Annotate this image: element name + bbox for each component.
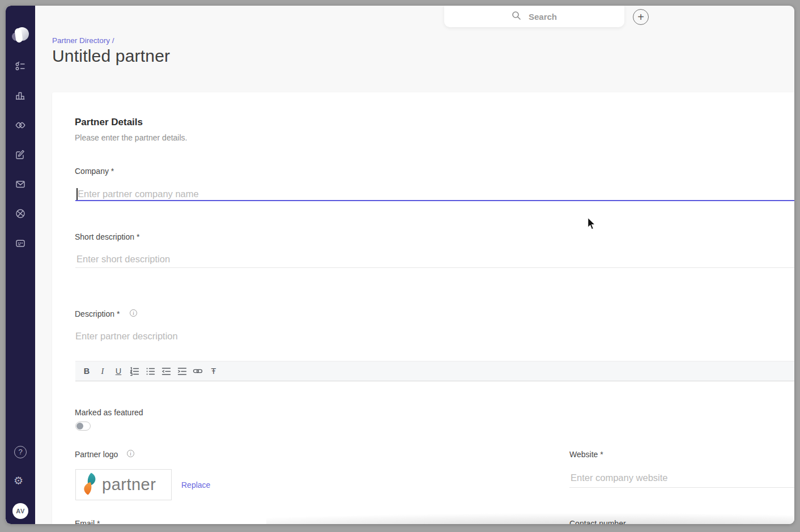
partner-details-card: Partner Details Please enter the partner… bbox=[52, 92, 794, 524]
website-label: Website * bbox=[569, 450, 603, 459]
website-underline bbox=[569, 487, 794, 488]
bar-chart-icon[interactable] bbox=[15, 90, 26, 101]
explore-icon[interactable] bbox=[15, 208, 26, 219]
search-input[interactable]: Search bbox=[444, 6, 624, 27]
website-input[interactable] bbox=[571, 470, 786, 485]
partner-logo-text: partner bbox=[102, 475, 156, 494]
ordered-list-icon[interactable] bbox=[126, 363, 142, 379]
indent-icon[interactable] bbox=[174, 363, 190, 379]
italic-icon[interactable]: I bbox=[95, 363, 110, 379]
short-description-underline bbox=[75, 267, 794, 268]
section-title: Partner Details bbox=[75, 117, 143, 128]
app-logo-icon[interactable] bbox=[12, 27, 29, 42]
link-icon[interactable] bbox=[190, 363, 206, 379]
bold-icon[interactable]: B bbox=[79, 363, 95, 379]
sidebar: ? ⚙ AV bbox=[6, 6, 35, 524]
description-editor[interactable]: Enter partner description bbox=[75, 331, 178, 342]
search-placeholder: Search bbox=[529, 12, 557, 22]
email-label: Email * bbox=[75, 519, 100, 524]
app-window: ? ⚙ AV Search + Partner Directory / Unti… bbox=[6, 6, 794, 524]
partner-logo-flame-icon bbox=[83, 473, 97, 497]
replace-logo-link[interactable]: Replace bbox=[181, 480, 210, 490]
toggle-knob bbox=[76, 423, 83, 429]
partner-logo-preview: partner bbox=[75, 469, 172, 500]
outdent-icon[interactable] bbox=[158, 363, 174, 379]
mail-icon[interactable] bbox=[15, 178, 26, 190]
partner-logo-info-icon[interactable]: i bbox=[127, 450, 134, 457]
integrations-icon[interactable] bbox=[15, 120, 26, 131]
page-title: Untitled partner bbox=[52, 46, 170, 66]
contact-number-label: Contact number bbox=[569, 519, 626, 524]
settings-gear-icon[interactable]: ⚙ bbox=[14, 475, 23, 487]
bullet-list-icon[interactable] bbox=[142, 363, 158, 379]
search-icon bbox=[512, 11, 521, 23]
clear-format-icon[interactable]: Ŧ bbox=[206, 363, 222, 379]
description-label: Description * bbox=[75, 309, 120, 318]
underline-icon[interactable]: U bbox=[110, 363, 126, 379]
featured-label: Marked as featured bbox=[75, 408, 143, 417]
breadcrumb[interactable]: Partner Directory / bbox=[52, 36, 114, 45]
richtext-toolbar: B I U bbox=[75, 361, 794, 381]
featured-toggle[interactable] bbox=[75, 422, 91, 431]
description-info-icon[interactable]: i bbox=[130, 309, 137, 317]
company-input[interactable] bbox=[78, 186, 395, 201]
help-icon[interactable]: ? bbox=[14, 446, 27, 458]
user-avatar[interactable]: AV bbox=[12, 503, 28, 519]
add-button[interactable]: + bbox=[633, 9, 649, 25]
short-description-input[interactable] bbox=[76, 252, 394, 266]
short-description-label: Short description * bbox=[75, 232, 139, 241]
text-caret bbox=[76, 188, 78, 200]
company-input-underline bbox=[75, 200, 794, 201]
partner-logo-label: Partner logo bbox=[75, 450, 118, 459]
section-subtitle: Please enter the partner details. bbox=[75, 133, 187, 142]
company-label: Company * bbox=[75, 167, 114, 176]
compose-icon[interactable] bbox=[15, 149, 26, 160]
chat-console-icon[interactable] bbox=[15, 237, 26, 249]
contacts-list-icon[interactable] bbox=[15, 61, 26, 72]
